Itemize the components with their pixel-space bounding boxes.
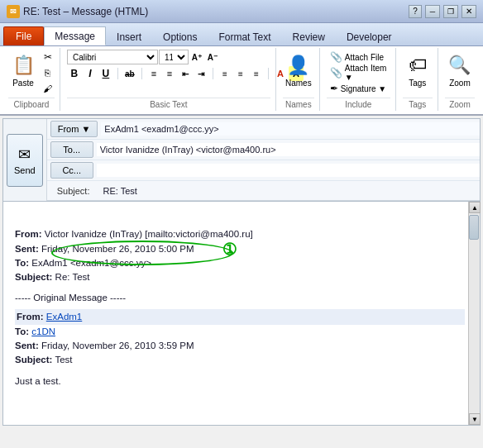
- attach-file-label: Attach File: [345, 53, 384, 62]
- ribbon-tabs: File Message Insert Options Format Text …: [0, 23, 483, 46]
- decrease-indent-button[interactable]: ⇤: [178, 66, 193, 81]
- message-content: From: Victor Ivanidze (InTray) [mailto:v…: [15, 210, 465, 388]
- copy-button[interactable]: ⎘: [40, 65, 55, 80]
- align-right-button[interactable]: ≡: [249, 66, 264, 81]
- orig-from-line: From: ExAdm1: [15, 309, 465, 325]
- subject-row: Subject:: [47, 181, 480, 201]
- body-to-line: To: ExAdm1 <exadm1@ccc.yy>: [15, 256, 465, 270]
- send-button-area: ✉ Send: [3, 119, 47, 201]
- italic-button[interactable]: I: [83, 66, 98, 81]
- orig-to-label: To:: [15, 326, 29, 336]
- cut-button[interactable]: ✂: [40, 50, 55, 64]
- scroll-thumb[interactable]: [469, 215, 479, 240]
- zoom-content: 🔍 Zoom: [445, 50, 475, 96]
- attach-file-icon: 📎: [330, 51, 342, 63]
- names-icon: 👤: [287, 54, 310, 77]
- tags-button[interactable]: 🏷 Tags: [403, 50, 433, 96]
- sent-value: Friday, November 26, 2010 5:00 PM: [41, 244, 194, 254]
- scroll-track[interactable]: [469, 213, 480, 413]
- ribbon-group-tags: 🏷 Tags Tags: [398, 48, 438, 111]
- tab-review[interactable]: Review: [282, 27, 336, 45]
- orig-to-value[interactable]: c1DN: [31, 326, 55, 336]
- strikethrough-button[interactable]: ab: [122, 66, 137, 81]
- bullet-list-button[interactable]: ≡: [146, 66, 161, 81]
- ribbon-group-basic-text: Calibri 11 A⁺ A⁻ B I U ab ≡ ≡ ⇤ ⇥: [62, 48, 276, 111]
- signature-icon: ✒: [330, 83, 338, 94]
- separator-3: [213, 68, 213, 79]
- close-button[interactable]: ✕: [461, 5, 476, 18]
- signature-label: Signature ▼: [341, 84, 386, 93]
- ribbon-group-zoom: 🔍 Zoom Zoom: [440, 48, 480, 111]
- zoom-icon: 🔍: [448, 54, 471, 77]
- from-value: Victor Ivanidze (InTray) [mailto:victori…: [45, 229, 253, 239]
- cc-button[interactable]: Cc...: [50, 162, 93, 179]
- paste-button[interactable]: 📋 Paste: [8, 50, 38, 96]
- message-body[interactable]: From: Victor Ivanidze (InTray) [mailto:v…: [3, 202, 480, 425]
- paste-label: Paste: [12, 79, 34, 88]
- tab-file[interactable]: File: [3, 26, 44, 45]
- attach-item-button[interactable]: 📎 Attach Item ▼: [327, 65, 390, 80]
- increase-indent-button[interactable]: ⇥: [194, 66, 208, 81]
- clipboard-group-content: 📋 Paste ✂ ⎘ 🖌: [8, 50, 55, 96]
- from-field[interactable]: [101, 122, 480, 136]
- orig-from-link[interactable]: ExAdm1: [46, 312, 82, 322]
- names-label: Names: [285, 79, 312, 88]
- to-button[interactable]: To...: [50, 141, 93, 158]
- orig-sent-value: Friday, November 26, 2010 3:59 PM: [41, 341, 194, 350]
- align-center-button[interactable]: ≡: [233, 66, 248, 81]
- to-field[interactable]: [97, 143, 480, 156]
- font-size-down-button[interactable]: A⁻: [205, 50, 220, 64]
- align-left-button[interactable]: ≡: [218, 66, 232, 81]
- send-icon: ✉: [18, 145, 31, 164]
- from-button[interactable]: From ▼: [50, 121, 98, 137]
- numbered-list-button[interactable]: ≡: [162, 66, 177, 81]
- format-painter-icon: 🖌: [43, 83, 52, 93]
- restore-button[interactable]: ❐: [443, 5, 458, 18]
- ribbon: 📋 Paste ✂ ⎘ 🖌 Clipboard Cali: [0, 46, 483, 116]
- send-button[interactable]: ✉ Send: [7, 134, 43, 187]
- include-content: 📎 Attach File 📎 Attach Item ▼ ✒ Signatur…: [327, 50, 390, 96]
- tab-developer[interactable]: Developer: [336, 27, 403, 45]
- copy-icon: ⎘: [45, 68, 50, 78]
- paste-icon: 📋: [12, 54, 35, 77]
- include-label: Include: [327, 98, 390, 109]
- from-row: From ▼: [47, 119, 480, 140]
- send-label: Send: [14, 165, 36, 175]
- zoom-group-label: Zoom: [445, 98, 475, 109]
- ribbon-group-include: 📎 Attach File 📎 Attach Item ▼ ✒ Signatur…: [322, 48, 396, 111]
- tab-format-text[interactable]: Format Text: [208, 27, 281, 45]
- signature-button[interactable]: ✒ Signature ▼: [327, 81, 390, 96]
- cc-field[interactable]: [97, 164, 480, 177]
- names-button[interactable]: 👤 Names: [283, 50, 314, 96]
- separator-2: [141, 68, 142, 79]
- minimize-button[interactable]: ─: [425, 5, 440, 18]
- to-label: To:: [15, 258, 29, 268]
- subject-field[interactable]: [99, 184, 480, 198]
- tab-message[interactable]: Message: [44, 26, 106, 45]
- font-size-select[interactable]: 11: [159, 50, 189, 64]
- clipboard-label: Clipboard: [8, 98, 55, 109]
- format-painter-button[interactable]: 🖌: [40, 81, 55, 96]
- help-button[interactable]: ?: [409, 5, 422, 18]
- tab-options[interactable]: Options: [152, 27, 208, 45]
- window-title: RE: Test – Message (HTML): [23, 6, 148, 17]
- scroll-down-button[interactable]: ▼: [469, 413, 481, 425]
- ribbon-group-names: 👤 Names Names: [278, 48, 320, 111]
- font-row-2: B I U ab ≡ ≡ ⇤ ⇥ ≡ ≡ ≡ A A: [67, 66, 304, 81]
- underline-button[interactable]: U: [98, 66, 113, 81]
- vertical-scrollbar[interactable]: ▲ ▼: [468, 202, 480, 425]
- zoom-label: Zoom: [449, 79, 471, 88]
- bold-button[interactable]: B: [67, 66, 82, 81]
- zoom-button[interactable]: 🔍 Zoom: [445, 50, 475, 96]
- font-name-select[interactable]: Calibri: [67, 50, 158, 64]
- app-icon: ✉: [7, 5, 20, 18]
- scroll-up-button[interactable]: ▲: [469, 202, 481, 213]
- compose-area: ✉ Send From ▼ To... Cc... Subject: [2, 118, 481, 202]
- tags-label: Tags: [409, 79, 426, 88]
- attach-file-button[interactable]: 📎 Attach File: [327, 50, 387, 64]
- body-sent-line: Sent: Friday, November 26, 2010 5:00 PM: [15, 242, 465, 256]
- font-size-up-button[interactable]: A⁺: [189, 50, 204, 64]
- cut-icon: ✂: [44, 51, 52, 63]
- tags-group-label: Tags: [403, 98, 433, 109]
- tab-insert[interactable]: Insert: [106, 27, 152, 45]
